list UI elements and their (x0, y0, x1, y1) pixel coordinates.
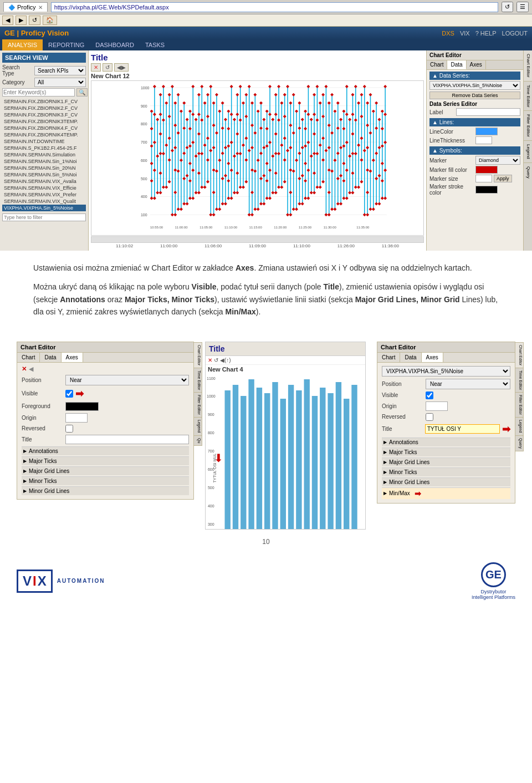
right-position-select[interactable]: Near (426, 379, 510, 389)
nav-forward[interactable]: ▶ (16, 16, 27, 25)
left-time-editor-side-tab[interactable]: Time Editor (194, 368, 202, 393)
left-annotations-header[interactable]: ▶ Annotations (22, 446, 189, 455)
left-major-ticks-header[interactable]: ▶ Major Ticks (22, 456, 189, 465)
nav-back[interactable]: ◀ (2, 16, 13, 25)
chart4-refresh-btn[interactable]: ↺ (214, 357, 218, 363)
browser-refresh[interactable]: ↺ (502, 2, 513, 12)
right-major-grid-header[interactable]: ▶ Major Grid Lines (382, 457, 510, 466)
rp-tab-axes[interactable]: Axes (467, 60, 486, 69)
left-origin-input[interactable]: 0 (65, 413, 88, 423)
right-origin-input[interactable]: 0 (426, 401, 448, 411)
browser-address-bar[interactable]: https://vixpha.pl/GE.Web/KSPDefault.aspx (51, 2, 498, 12)
sidebar-list-item[interactable]: SERMAIN.SERMAIN.Sin_20%N (2, 165, 86, 171)
menu-analysis[interactable]: ANALYSIS (2, 39, 43, 50)
right-major-ticks-header[interactable]: ▶ Major Ticks (382, 448, 510, 456)
marker-select[interactable]: Diamond (475, 156, 520, 165)
remove-data-series-btn[interactable]: Remove Data Series (429, 91, 520, 99)
right-time-editor-side-tab[interactable]: Time Editor (515, 368, 523, 393)
left-position-select[interactable]: Near (65, 375, 189, 385)
browser-tab-close[interactable]: ✕ (38, 4, 43, 11)
right-visible-checkbox[interactable] (426, 392, 433, 399)
dxs-link[interactable]: DXS (442, 30, 454, 37)
menu-dashboard[interactable]: DASHBOARD (90, 39, 140, 50)
right-title-input[interactable] (425, 424, 500, 434)
marker-size-input[interactable]: 5 (475, 175, 492, 182)
vix-link[interactable]: VIX (460, 30, 470, 37)
chart4-close-btn[interactable]: ✕ (208, 357, 212, 363)
right-minor-grid-header[interactable]: ▶ Minor Grid Lines (382, 477, 510, 486)
left-query-side-tab[interactable]: Qu (194, 436, 202, 445)
right-minmax-header[interactable]: ▶ Min/Max ➡ (382, 487, 510, 499)
line-color-box[interactable] (475, 128, 498, 135)
apply-btn[interactable]: Apply (494, 175, 512, 182)
chart-close-btn[interactable]: ✕ (91, 63, 101, 72)
right-annotations-header[interactable]: ▶ Annotations (382, 438, 510, 446)
sidebar-list-item[interactable]: SERMAIN.SERMAIN.VIX_Availa (2, 178, 86, 185)
sidebar-list-item[interactable]: SERMAIN.SERMAIN.VIX_Qualit (2, 198, 86, 205)
left-reversed-checkbox[interactable] (65, 425, 73, 433)
left-major-grid-header[interactable]: ▶ Major Grid Lines (22, 466, 189, 475)
nav-refresh[interactable]: ↺ (29, 16, 40, 25)
data-series-select[interactable]: VIXPHA.VIXPHA.Sin_5%Noise (429, 81, 520, 90)
sidebar-list-item[interactable]: SERMAIN.SERMAIN.Sin_1%Noi (2, 158, 86, 165)
left-title-input[interactable] (65, 435, 189, 444)
left-legend-side-tab[interactable]: Legend (194, 418, 202, 435)
sidebar-list-item[interactable]: SERMAIN.FIX.ZBIORNIK3.F_CV (2, 111, 86, 118)
marker-stroke-color-box[interactable] (475, 186, 498, 194)
left-chart-editor-side-tab[interactable]: Chart Editor (194, 343, 202, 368)
right-filter-editor-side-tab[interactable]: Filter Editor (515, 393, 523, 418)
keyword-input[interactable] (2, 88, 75, 96)
sidebar-list-item[interactable]: SERMAIN.SERMAIN.VIX_Efficie (2, 185, 86, 191)
right-chart-editor-side-tab[interactable]: Chart Editor (515, 343, 523, 368)
menu-reporting[interactable]: REPORTING (43, 39, 90, 50)
left-foreground-color[interactable] (65, 402, 99, 411)
sidebar-list-item[interactable]: SERMAIN.INT.DOWNTIME (2, 138, 86, 145)
sidebar-list-item[interactable]: SERMAIN.FIX.ZBIORNIK1.F_CV (2, 98, 86, 105)
right-reversed-checkbox[interactable] (426, 413, 433, 421)
search-type-select[interactable]: Search KPIs (34, 66, 86, 75)
sidebar-list-item[interactable]: SERMAIN.SERMAIN.Simulation (2, 151, 86, 158)
filter-input[interactable] (2, 213, 86, 221)
time-editor-tab[interactable]: Time Editor (524, 82, 532, 111)
right-legend-side-tab[interactable]: Legend (515, 418, 523, 435)
left-tab-axes[interactable]: Axes (62, 353, 83, 362)
left-tab-data[interactable]: Data (40, 353, 61, 362)
marker-fill-color-box[interactable] (475, 166, 498, 174)
right-minor-ticks-header[interactable]: ▶ Minor Ticks (382, 467, 510, 476)
sidebar-list-item[interactable]: SERMAIN.SERMAIN.VIX_Prefer (2, 191, 86, 198)
left-visible-checkbox[interactable] (65, 390, 73, 398)
chart-editor-tab[interactable]: Chart Editor (524, 50, 532, 82)
help-link[interactable]: ? HELP (475, 30, 497, 37)
left-minor-grid-header[interactable]: ▶ Minor Grid Lines (22, 486, 189, 495)
category-select[interactable]: All (34, 78, 86, 87)
left-minor-ticks-header[interactable]: ▶ Minor Ticks (22, 476, 189, 485)
query-tab[interactable]: Query (524, 163, 532, 182)
rp-tab-chart[interactable]: Chart (427, 60, 447, 69)
browser-menu[interactable]: ☰ (516, 2, 529, 12)
search-button[interactable]: 🔍 (76, 88, 88, 96)
label-input[interactable] (456, 108, 520, 116)
browser-tab[interactable]: 🔷 Proficy ✕ (3, 2, 48, 12)
sidebar-list-item[interactable]: SERMAIN.FIX.ZBIORNIK3TEMP. (2, 118, 86, 125)
logout-link[interactable]: LOGOUT (502, 30, 528, 37)
sidebar-list-item[interactable]: SERMAIN.SERMAIN.Sin_5%Noi (2, 171, 86, 178)
line-thickness-input[interactable]: 2 (475, 136, 492, 144)
rp-tab-data[interactable]: Data (447, 60, 466, 69)
left-close-x[interactable]: ✕ (22, 365, 27, 373)
chart-refresh-btn[interactable]: ↺ (103, 63, 112, 72)
right-query-side-tab[interactable]: Query (515, 436, 523, 451)
sidebar-list-item[interactable]: SERMAIN.S_PK1B2.FI.454-25.F (2, 145, 86, 151)
chart-scrollbar[interactable] (91, 236, 424, 243)
menu-tasks[interactable]: TASKS (140, 39, 170, 50)
right-tab-axes[interactable]: Axes (422, 353, 443, 362)
sidebar-list-item[interactable]: VIXPHA.VIXPHA.Sin_5%Noise (2, 205, 86, 211)
legend-tab[interactable]: Legend (524, 141, 532, 163)
nav-home[interactable]: 🏠 (43, 16, 57, 25)
left-tab-chart[interactable]: Chart (17, 353, 40, 362)
right-tab-chart[interactable]: Chart (377, 353, 400, 362)
right-series-select[interactable]: VIXPHA.VIXPHA.Sin_5%Noise (382, 366, 510, 377)
chart-nav-btn[interactable]: ◀▶ (114, 63, 129, 72)
sidebar-list-item[interactable]: SERMAIN.FIX.ZBIORNIK2.F_CV (2, 105, 86, 111)
right-tab-data[interactable]: Data (400, 353, 421, 362)
sidebar-list-item[interactable]: SERMAIN.FIX.ZBIORNIK4.F_CV (2, 125, 86, 131)
